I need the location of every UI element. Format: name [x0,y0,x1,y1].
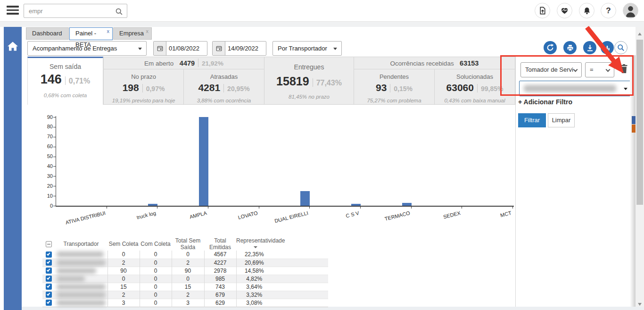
table-cell: 90 [107,267,140,275]
col-sem-coleta[interactable]: Sem Coleta [107,237,140,251]
tab-empresa[interactable]: Empresa x [113,27,152,40]
y-tick-mark [53,206,56,206]
download-icon[interactable] [583,41,596,54]
scroll-down-icon[interactable] [638,303,642,306]
calendar-icon[interactable] [213,42,225,55]
search-input[interactable] [29,4,109,17]
tab-close-icon[interactable]: x [146,28,149,34]
filter-field-select[interactable]: Tomador de Servi [520,62,582,77]
tab-painel-beta[interactable]: Painel - BETA x [69,27,113,40]
chart-bar [300,191,310,206]
table-row: 0009854,82% [42,275,328,283]
heart-pulse-icon[interactable] [557,3,572,18]
stat-card-pendentes[interactable]: Pendentes 930,15% 75,27% com problema [354,69,435,105]
col-representatividade[interactable]: Representatividade [236,237,272,251]
table-cell: 90 [172,267,204,275]
stat-card-entregues[interactable]: Entregues 1581977,43% 81,45% no prazo [264,57,354,105]
col-total-emitidas[interactable]: Total Emitidas [204,237,236,251]
redacted-transportador-name [57,268,96,274]
sort-descending-icon[interactable] [254,246,257,248]
stat-percent: 21,92% [202,60,223,67]
table-cell: 2 [107,259,140,267]
date-start-group [153,41,207,56]
export-document-icon[interactable] [535,3,550,18]
tab-close-icon[interactable]: x [107,28,110,34]
stat-card-em-aberto[interactable]: Em aberto 447921,92% [103,57,264,69]
top-bar: ? [0,0,644,22]
home-icon[interactable] [7,40,19,54]
table-cell-filler [272,275,328,283]
group-by-select[interactable]: Por Transportador [272,41,342,56]
search-icon[interactable] [115,8,123,16]
notifications-bell-icon[interactable] [579,3,594,18]
row-checkbox[interactable] [46,260,52,266]
trash-icon[interactable] [620,64,628,75]
table-cell: 2 [172,291,204,299]
add-filter-link[interactable]: + Adicionar Filtro [518,98,572,106]
stat-card-sem-saida[interactable]: Sem saída 1460,71% 0,68% com coleta [27,57,103,105]
hamburger-menu-icon[interactable] [7,6,19,16]
row-checkbox[interactable] [46,284,52,290]
chart-bar [199,117,208,206]
chart-columns-icon[interactable] [601,41,614,54]
col-transportador[interactable]: Transportador [55,237,107,251]
table-cell: 0 [140,299,172,307]
date-start-input[interactable] [169,42,206,55]
y-tick-label: 30 [33,173,53,179]
print-icon[interactable] [563,41,577,54]
table-row: 3036293,08% [42,299,328,307]
user-avatar[interactable] [623,3,638,18]
y-tick-mark [53,117,56,117]
y-tick-label: 0 [33,203,53,209]
table-cell: 985 [204,275,236,283]
row-checkbox[interactable] [46,268,52,274]
x-tick-mark [309,206,310,209]
row-checkbox[interactable] [46,300,52,306]
scroll-up-icon[interactable] [638,33,642,35]
date-end-group [212,41,266,56]
table-cell: 2 [107,291,140,299]
filter-value-select[interactable] [519,81,631,96]
row-checkbox[interactable] [46,251,52,258]
refresh-icon[interactable] [544,41,557,54]
search-panel-icon[interactable] [614,41,627,54]
table-cell: 0 [107,251,140,259]
col-com-coleta[interactable]: Com Coleta [140,237,172,251]
chevron-down-icon [606,67,611,72]
y-tick-label: 10 [33,193,53,199]
y-axis-line [56,116,56,206]
x-axis-line [56,206,514,207]
row-checkbox[interactable] [46,276,52,282]
vertical-scrollbar[interactable] [636,27,644,307]
filtrar-button[interactable]: Filtrar [518,113,546,127]
page-bottom-strip [22,307,644,310]
y-tick-label: 20 [33,183,53,189]
stat-card-no-prazo[interactable]: No prazo 1980,97% 19,19% previsto para h… [103,69,184,105]
table-row: 150157433,64% [42,283,328,291]
limpar-button[interactable]: Limpar [548,113,575,127]
table-cell: 743 [204,283,236,291]
date-end-input[interactable] [228,42,264,55]
filter-panel: Tomador de Servi = + Adicionar Filtro Fi… [515,55,636,307]
scrollbar-thumb[interactable] [636,40,643,205]
x-tick-mark [512,206,513,209]
sidebar [4,27,22,310]
x-tick-mark [107,206,107,209]
stat-card-ocorrencias-recebidas[interactable]: Ocorrências recebidas 63153 [354,57,515,69]
stat-card-solucionadas[interactable]: Solucionadas 6306099,85% 0,43% com baixa… [434,69,515,105]
help-icon[interactable]: ? [601,3,616,18]
select-all-checkbox[interactable] [46,241,52,247]
table-cell: 3,64% [236,283,272,291]
stat-card-atrasadas[interactable]: Atrasadas 428120,95% 3,88% com ocorrênci… [183,69,264,105]
y-tick-mark [53,176,56,176]
table-row: 000456722,35% [42,251,328,259]
col-total-sem-saida[interactable]: Total Sem Saída [172,237,204,251]
table-cell: 0 [140,283,172,291]
row-checkbox[interactable] [46,292,52,298]
tab-dashboard[interactable]: Dashboard [26,27,69,40]
table-row: 202422720,69% [42,259,328,267]
filter-operator-select[interactable]: = [585,62,614,77]
calendar-icon[interactable] [154,42,166,55]
table-cell: 0 [140,251,172,259]
table-cell: 3 [172,299,204,307]
